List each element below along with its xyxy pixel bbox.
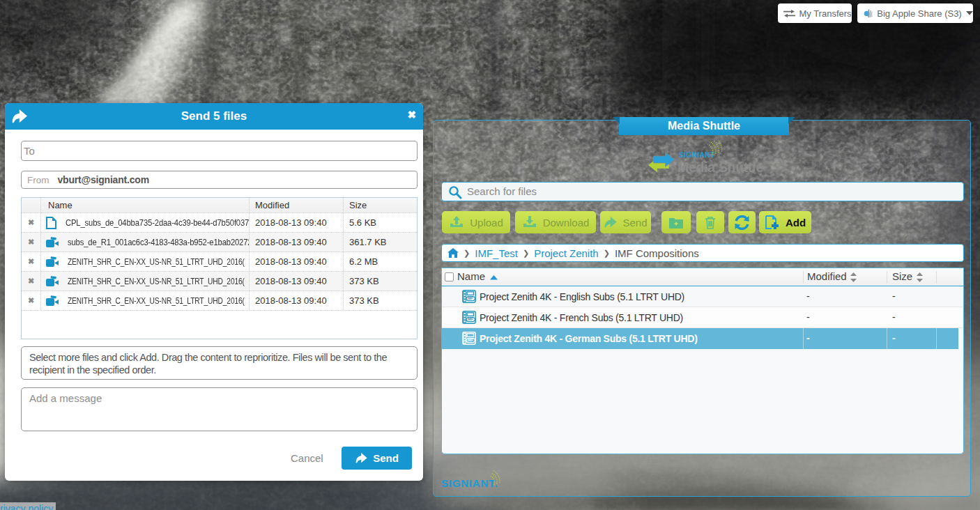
svg-text:SIGNIANT.: SIGNIANT. (441, 477, 498, 489)
svg-text:IMF: IMF (468, 339, 474, 342)
svg-text:SIGNIANT: SIGNIANT (679, 151, 715, 159)
svg-text:IMF: IMF (468, 297, 474, 300)
svg-text:IMF: IMF (468, 318, 474, 321)
svg-text:Media Shuttle: Media Shuttle (677, 160, 763, 175)
